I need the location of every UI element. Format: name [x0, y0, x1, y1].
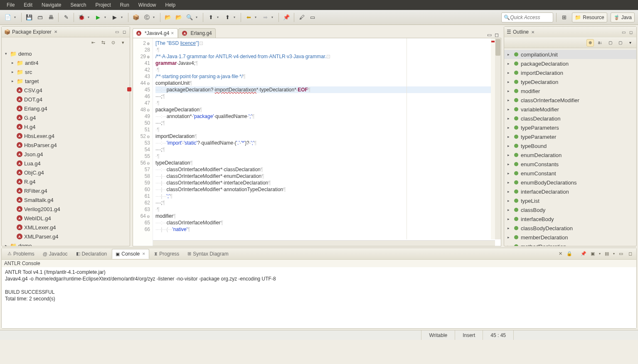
code-line[interactable]: /**·starting·point·for·parsing·a·java·fi… [155, 73, 498, 80]
line-number[interactable]: 50 [133, 120, 150, 126]
expand-icon[interactable]: ▸ [507, 125, 512, 130]
code-line[interactable]: ····;¶ [155, 199, 498, 206]
open-task-button[interactable]: 📂 [174, 13, 183, 22]
line-number[interactable]: 46 [133, 93, 150, 100]
line-gutter[interactable]: 2⊕2829⊕41424344⊖45464748⊖49505152⊖535455… [133, 38, 153, 246]
save-button[interactable]: 💾 [25, 13, 34, 22]
close-tab-icon[interactable]: ✕ [142, 252, 145, 256]
code-area[interactable]: [The "BSD licence"]⊡·¶/**·A·Java·1.7·gra… [153, 38, 501, 246]
line-number[interactable]: 28 [133, 47, 150, 53]
line-number[interactable]: 54 [133, 146, 150, 153]
line-number[interactable]: 64⊖ [133, 213, 150, 219]
menu-icon[interactable]: ▾ [120, 39, 126, 46]
menu-button[interactable]: ▾ [626, 39, 634, 47]
debug-button[interactable]: 🐞 [77, 13, 86, 22]
line-number[interactable]: 66 [133, 226, 150, 233]
expand-icon[interactable]: ▾ [5, 52, 10, 56]
marker-b-button[interactable]: ▭ [308, 13, 317, 22]
code-line[interactable]: importDeclaration¶ [155, 133, 498, 140]
new-button[interactable]: 📄 [3, 13, 12, 22]
tree-item[interactable]: ALua.g4 [2, 159, 130, 168]
code-line[interactable]: ·¶ [155, 153, 498, 160]
expand-icon[interactable]: ▸ [5, 243, 10, 246]
tree-item[interactable]: AJson.g4 [2, 150, 130, 159]
outline-item[interactable]: ▸interfaceDeclaration [504, 187, 636, 196]
console-scroll-lock-icon[interactable]: 🔒 [566, 250, 573, 258]
tree-item[interactable]: ▾📁demo [2, 49, 130, 58]
editor-vscrollbar[interactable] [495, 38, 501, 239]
line-number[interactable]: 57 [133, 166, 150, 173]
expand-icon[interactable]: ▸ [507, 153, 512, 157]
code-line[interactable]: ····|···classOrInterfaceModifier*·enumDe… [155, 173, 498, 180]
bottom-tab-declaration[interactable]: ◧Declaration [73, 249, 111, 258]
fold-icon[interactable]: ⊖ [147, 108, 150, 112]
bottom-tab-syntax-diagram[interactable]: ⊞Syntax Diagram [184, 249, 232, 258]
code-line[interactable]: grammar·Javav4;¶ [155, 60, 498, 66]
console-open-icon[interactable]: ▤ [603, 250, 611, 258]
line-number[interactable]: 42 [133, 66, 150, 73]
pin-button[interactable]: 📌 [282, 13, 291, 22]
expand-icon[interactable]: ▸ [507, 52, 512, 57]
menu-project[interactable]: Project [91, 1, 115, 9]
minimize-icon[interactable]: ▭ [621, 29, 626, 35]
tree-item[interactable]: ADOT.g4 [2, 95, 130, 104]
line-number[interactable]: 29⊕ [133, 53, 150, 60]
line-number[interactable]: 47 [133, 100, 150, 106]
error-marker-icon[interactable] [127, 87, 131, 91]
expand-icon[interactable]: ▸ [507, 235, 512, 239]
code-line[interactable]: ····|···';'¶ [155, 193, 498, 199]
line-number[interactable]: 45 [133, 86, 150, 93]
code-line[interactable]: ····:···'import'·'static'?·qualifiedName… [155, 140, 498, 146]
editor-maximize-icon[interactable]: ◻ [495, 32, 499, 38]
outline-item[interactable]: ▸classBody [504, 205, 636, 214]
minimize-icon[interactable]: ▭ [114, 29, 120, 35]
code-line[interactable]: compilationUnit¶ [155, 80, 498, 86]
tree-item[interactable]: AH.g4 [2, 122, 130, 131]
nav-button-2[interactable]: ⬆ [223, 13, 232, 22]
editor-body[interactable]: 2⊕2829⊕41424344⊖45464748⊖49505152⊖535455… [133, 38, 501, 246]
back-button[interactable]: ⬅ [244, 13, 253, 22]
outline-item[interactable]: ▸methodDeclaration [504, 242, 636, 246]
editor-tab[interactable]: A*Javav4.g4✕ [133, 28, 178, 38]
perspective-java[interactable]: 🧋Java [611, 12, 635, 22]
line-number[interactable]: 63 [133, 206, 150, 213]
tree-item[interactable]: AXMLParser.g4 [2, 232, 130, 241]
code-line[interactable]: ·¶ [155, 206, 498, 213]
fold-icon[interactable]: ⊖ [147, 135, 150, 139]
outline-item[interactable]: ▸packageDeclaration [504, 59, 636, 68]
code-line[interactable]: ····;¶ [155, 120, 498, 126]
expand-icon[interactable]: ▸ [12, 61, 17, 65]
expand-icon[interactable]: ▸ [507, 144, 512, 148]
editor-minimize-icon[interactable]: ▭ [487, 32, 492, 38]
tree-item[interactable]: AR.g4 [2, 177, 130, 186]
forward-button[interactable]: ➡ [261, 13, 270, 22]
sort-az-button[interactable]: a↓ [596, 39, 604, 47]
outline-item[interactable]: ▸modifier [504, 86, 636, 96]
console-output[interactable]: ANTLR Tool v4.1 (/tmp/antlr-4.1-complete… [2, 267, 636, 328]
quick-access-field[interactable]: 🔍 [501, 12, 553, 22]
code-line[interactable]: ····:···packageDeclaration?·importDeclar… [155, 86, 498, 93]
expand-icon[interactable]: ▸ [507, 162, 512, 166]
collapse-all-icon[interactable]: ⇤ [90, 39, 96, 46]
bottom-tab-progress[interactable]: ⧗Progress [151, 249, 182, 258]
code-line[interactable]: ····;¶ [155, 146, 498, 153]
outline-item[interactable]: ▸classBodyDeclaration [504, 224, 636, 233]
menu-window[interactable]: Window [134, 1, 160, 9]
outline-item[interactable]: ▸typeBound [504, 141, 636, 150]
bottom-minimize-icon[interactable]: ▭ [617, 250, 625, 258]
menu-file[interactable]: File [2, 1, 19, 9]
run-last-button[interactable]: ▶ [110, 13, 119, 22]
expand-icon[interactable]: ▸ [507, 89, 512, 93]
expand-icon[interactable]: ▸ [507, 171, 512, 175]
sort-button[interactable]: ⊕ [586, 39, 594, 47]
line-number[interactable]: 2⊕ [133, 40, 150, 47]
code-line[interactable]: ····|···classOrInterfaceModifier*·annota… [155, 186, 498, 193]
line-number[interactable]: 51 [133, 126, 150, 133]
console-clear-icon[interactable]: ✕ [557, 250, 564, 258]
menu-help[interactable]: Help [161, 1, 180, 9]
new-dropdown[interactable]: ▾ [14, 15, 18, 19]
tree-item[interactable]: AXMLLexer.g4 [2, 223, 130, 232]
fold-icon[interactable]: ⊕ [147, 42, 150, 46]
tree-item[interactable]: ▸📁target [2, 76, 130, 86]
package-tree[interactable]: ▾📁demo▸📁antlr4▸📁src▸📁targetACSV.g4ADOT.g… [2, 47, 130, 246]
